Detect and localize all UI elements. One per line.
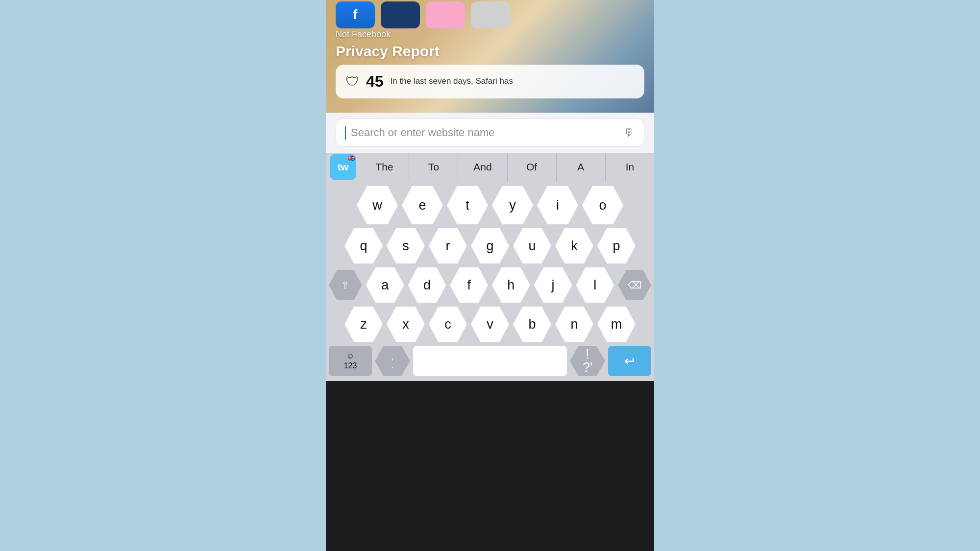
key-row-1: w e t y i o [329, 186, 651, 224]
key-o[interactable]: o [582, 186, 623, 224]
privacy-report-section: Privacy Report 🛡 45 In the last seven da… [336, 43, 644, 98]
privacy-description: In the last seven days, Safari has [391, 76, 513, 87]
key-q[interactable]: q [344, 228, 383, 264]
flag-icon: 🇬🇧 [348, 155, 355, 162]
tw-text: tw [338, 162, 348, 173]
not-facebook-label: Not Facebook [336, 29, 391, 40]
space-key[interactable] [413, 346, 567, 376]
key-a[interactable]: a [366, 267, 404, 303]
key-p[interactable]: p [597, 228, 636, 264]
tracker-count: 45 [366, 72, 384, 91]
key-d[interactable]: d [408, 267, 446, 303]
backspace-key[interactable]: ⌫ [618, 270, 651, 300]
key-x[interactable]: x [387, 307, 425, 342]
suggestion-in[interactable]: In [606, 153, 654, 181]
microphone-icon[interactable]: 🎙 [623, 126, 635, 140]
suggestion-to[interactable]: To [409, 153, 458, 181]
num-key[interactable]: ☺ 123 [329, 346, 372, 376]
suggestion-a[interactable]: A [557, 153, 606, 181]
emoji-label: ☺ [346, 352, 354, 360]
key-b[interactable]: b [513, 307, 551, 342]
suggestion-and[interactable]: And [458, 153, 507, 181]
return-key[interactable]: ↩ [608, 346, 651, 376]
shield-icon: 🛡 [345, 73, 359, 90]
suggestion-the[interactable]: The [360, 153, 409, 181]
keyboard: w e t y i o q s r g u k p ⇧ a d f h j l … [326, 181, 654, 381]
key-m[interactable]: m [597, 307, 636, 342]
key-c[interactable]: c [429, 307, 467, 342]
key-r[interactable]: r [429, 228, 467, 264]
app-icon-2 [381, 1, 420, 28]
tw-keyboard-logo: tw 🇬🇧 [330, 154, 356, 180]
app-icons-row: f [326, 0, 654, 29]
num-label: 123 [344, 361, 357, 370]
suggestions-bar: tw 🇬🇧 The To And Of A In [326, 153, 654, 181]
search-bar-container: Search or enter website name 🎙 [326, 113, 654, 153]
safari-content: f Not Facebook Privacy Report 🛡 45 In th… [326, 0, 654, 113]
app-icon-4 [471, 1, 510, 28]
key-row-2: q s r g u k p [329, 228, 651, 264]
key-punct2[interactable]: !?' [570, 346, 605, 376]
key-t[interactable]: t [447, 186, 488, 224]
key-u[interactable]: u [513, 228, 551, 264]
privacy-report-title: Privacy Report [336, 43, 644, 60]
search-bar[interactable]: Search or enter website name 🎙 [336, 119, 644, 147]
shift-key[interactable]: ⇧ [329, 270, 362, 300]
key-j[interactable]: j [534, 267, 572, 303]
privacy-card: 🛡 45 In the last seven days, Safari has [336, 65, 644, 98]
key-row-3: ⇧ a d f h j l ⌫ [329, 267, 651, 303]
key-y[interactable]: y [492, 186, 533, 224]
app-icon-3 [426, 1, 465, 28]
key-n[interactable]: n [555, 307, 593, 342]
key-z[interactable]: z [344, 307, 383, 342]
search-placeholder: Search or enter website name [351, 126, 618, 139]
key-l[interactable]: l [576, 267, 614, 303]
suggestion-of[interactable]: Of [508, 153, 557, 181]
bottom-row: ☺ 123 ,. !?' ↩ [329, 346, 651, 376]
key-f[interactable]: f [450, 267, 488, 303]
key-i[interactable]: i [537, 186, 578, 224]
key-g[interactable]: g [471, 228, 509, 264]
key-v[interactable]: v [471, 307, 509, 342]
key-row-4: z x c v b n m [329, 307, 651, 342]
app-icon-facebook: f [336, 1, 375, 28]
cursor [345, 126, 346, 140]
key-w[interactable]: w [357, 186, 398, 224]
key-k[interactable]: k [555, 228, 593, 264]
phone-frame: f Not Facebook Privacy Report 🛡 45 In th… [326, 0, 654, 551]
key-e[interactable]: e [402, 186, 443, 224]
key-h[interactable]: h [492, 267, 530, 303]
key-punct1[interactable]: ,. [375, 346, 410, 376]
key-s[interactable]: s [387, 228, 425, 264]
